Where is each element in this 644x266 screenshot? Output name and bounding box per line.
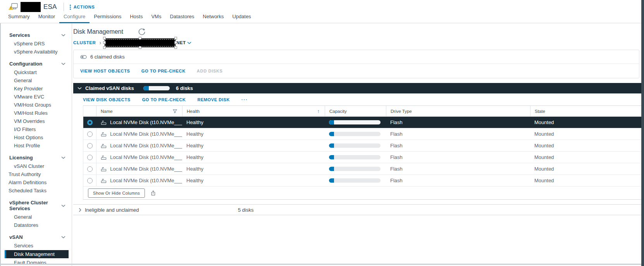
sidebar-item-quickstart[interactable]: Quickstart [0, 68, 72, 76]
chevron-right-icon [79, 208, 81, 212]
actions-button[interactable]: ACTIONS [70, 5, 95, 10]
disk-health: Healthy [182, 119, 325, 125]
tab-updates[interactable]: Updates [228, 14, 255, 23]
radio-button[interactable] [87, 120, 93, 125]
tab-configure[interactable]: Configure [59, 14, 90, 23]
go-to-pre-check-button[interactable]: GO TO PRE-CHECK [142, 97, 186, 102]
breadcrumb-current-suffix: NET [176, 40, 186, 45]
chevron-right-icon: › [100, 40, 102, 46]
sidebar-section-vsan[interactable]: vSAN [0, 233, 72, 242]
tab-monitor[interactable]: Monitor [34, 14, 59, 23]
more-actions-button[interactable]: ··· [241, 97, 248, 102]
tab-datastores[interactable]: Datastores [165, 14, 198, 23]
sidebar-item-io-filters[interactable]: I/O Filters [0, 125, 72, 133]
ineligible-disk-count: 5 disks [238, 207, 253, 213]
add-disks-button[interactable]: ADD DISKS [197, 69, 223, 73]
sidebar-item-host-options[interactable]: Host Options [0, 133, 72, 142]
go-to-pre-check-button[interactable]: GO TO PRE-CHECK [141, 69, 186, 73]
sidebar-item-key-provider[interactable]: Key Provider [0, 85, 72, 93]
radio-button[interactable] [87, 143, 93, 149]
table-row[interactable]: Local NVMe Disk (t10.NVMe____Dell_… Heal… [83, 140, 644, 152]
tab-summary[interactable]: Summary [4, 14, 34, 23]
disk-name: Local NVMe Disk (t10.NVMe____Dell_… [110, 143, 182, 149]
sidebar-section-configuration[interactable]: Configuration [0, 59, 72, 68]
horizontal-scrollbar[interactable] [0, 264, 641, 265]
view-disk-objects-button[interactable]: VIEW DISK OBJECTS [83, 97, 131, 102]
view-host-objects-button[interactable]: VIEW HOST OBJECTS [80, 69, 130, 73]
sidebar-section-licensing[interactable]: Licensing [0, 153, 72, 162]
refresh-icon[interactable] [137, 27, 146, 36]
divider [64, 3, 64, 11]
disk-drive-type: Flash [386, 143, 530, 149]
tab-permissions[interactable]: Permissions [90, 14, 126, 23]
disk-capacity-icon [80, 55, 87, 59]
vertical-scrollbar[interactable] [641, 0, 644, 266]
remove-disk-button[interactable]: REMOVE DISK [197, 97, 230, 102]
claimed-disk-count: 6 disks [176, 85, 193, 91]
claimed-vsan-disks-header[interactable]: Claimed vSAN disks 6 disks [73, 83, 644, 93]
cluster-icon [9, 2, 19, 12]
capacity-bar [329, 132, 381, 136]
chevron-down-icon[interactable] [187, 41, 191, 44]
sidebar-section-services[interactable]: Services [0, 31, 72, 40]
sidebar-item-general[interactable]: General [0, 76, 72, 85]
table-row[interactable]: Local NVMe Disk (t10.NVMe____Dell_… Heal… [83, 128, 644, 140]
sidebar-item-disk-management[interactable]: Disk Management [5, 250, 69, 258]
sidebar-item-vm-host-groups[interactable]: VM/Host Groups [0, 101, 72, 109]
sidebar-item-vsphere-availability[interactable]: vSphere Availability [0, 48, 72, 56]
sidebar-item-vm-overrides[interactable]: VM Overrides [0, 117, 72, 125]
column-header-drive-type[interactable]: Drive Type [386, 106, 530, 116]
sidebar-item-vsan-services[interactable]: Services [0, 242, 72, 250]
capacity-bar [329, 143, 381, 148]
column-label: State [535, 109, 545, 114]
sidebar-item-vm-host-rules[interactable]: VM/Host Rules [0, 109, 72, 117]
sidebar-section-vsphere-cluster-services[interactable]: vSphere Cluster Services [0, 198, 72, 213]
sidebar-item-vsphere-drs[interactable]: vSphere DRS [0, 40, 72, 48]
disk-icon [101, 155, 107, 160]
sidebar-item-vcls-general[interactable]: General [0, 213, 72, 221]
radio-button[interactable] [87, 131, 93, 137]
selection-handle [174, 46, 177, 49]
sidebar-item-trust-authority[interactable]: Trust Authority [0, 170, 72, 178]
show-or-hide-columns-button[interactable]: Show Or Hide Columns [88, 188, 145, 198]
sidebar-item-alarm-definitions[interactable]: Alarm Definitions [0, 178, 72, 187]
sort-ascending-icon[interactable]: ↑ [317, 108, 320, 114]
radio-button[interactable] [87, 178, 93, 183]
sidebar-item-vcls-datastores[interactable]: Datastores [0, 221, 72, 229]
sidebar-item-vmware-evc[interactable]: VMware EVC [0, 93, 72, 101]
sidebar-item-vsan-cluster[interactable]: vSAN Cluster [0, 162, 72, 170]
table-row[interactable]: Local NVMe Disk (t10.NVMe____Dell_… Heal… [83, 175, 644, 187]
radio-button[interactable] [87, 166, 93, 172]
section-label: vSAN [9, 234, 23, 240]
configure-sidebar: Services vSphere DRS vSphere Availabilit… [0, 23, 72, 266]
breadcrumb-cluster-link[interactable]: CLUSTER [73, 40, 96, 45]
column-header-name[interactable]: Name [96, 106, 182, 116]
column-header-health[interactable]: Health ↑ [182, 106, 325, 116]
selection-handle [139, 46, 141, 49]
column-header-capacity[interactable]: Capacity [325, 106, 386, 116]
disk-drive-type: Flash [386, 166, 530, 172]
disk-name: Local NVMe Disk (t10.NVMe____Dell_… [110, 154, 182, 160]
disk-state: Mounted [530, 154, 644, 160]
column-label: Name [101, 109, 113, 114]
sidebar-item-scheduled-tasks[interactable]: Scheduled Tasks [0, 187, 72, 195]
tab-vms[interactable]: VMs [147, 14, 165, 23]
table-row[interactable]: Local NVMe Disk (t10.NVMe____Dell_… Heal… [83, 163, 644, 175]
ineligible-unclaimed-header[interactable]: Ineligible and unclaimed 5 disks [73, 204, 644, 215]
claimed-disks-table: Name Health ↑ Capacity Drive Type State [83, 105, 644, 200]
tab-hosts[interactable]: Hosts [126, 14, 147, 23]
table-row[interactable]: Local NVMe Disk (t10.NVMe____Dell_… Heal… [83, 117, 644, 128]
chevron-down-icon [61, 204, 65, 207]
disk-icon [101, 178, 107, 183]
filter-icon[interactable] [173, 109, 177, 113]
table-row[interactable]: Local NVMe Disk (t10.NVMe____Dell_… Heal… [83, 152, 644, 163]
tab-networks[interactable]: Networks [198, 14, 228, 23]
column-label: Health [187, 109, 200, 114]
radio-button[interactable] [87, 155, 93, 160]
sidebar-item-fault-domains[interactable]: Fault Domains [0, 259, 72, 266]
breadcrumb: CLUSTER › NET [73, 38, 644, 47]
sidebar-item-host-profile[interactable]: Host Profile [0, 142, 72, 150]
export-icon[interactable] [151, 190, 156, 196]
column-header-state[interactable]: State [530, 106, 644, 116]
disk-health: Healthy [182, 154, 325, 160]
